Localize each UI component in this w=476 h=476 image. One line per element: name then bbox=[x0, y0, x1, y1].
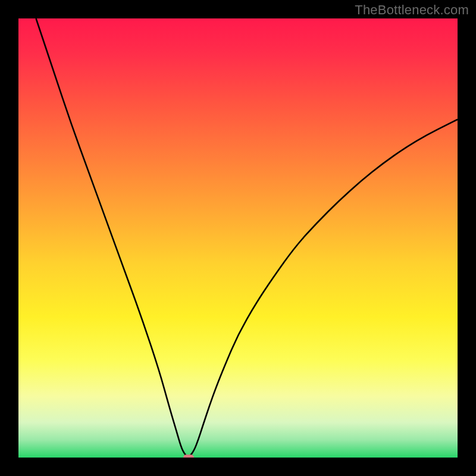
watermark-text: TheBottleneck.com bbox=[355, 2, 469, 18]
curve-svg bbox=[18, 18, 458, 458]
chart-frame: TheBottleneck.com bbox=[0, 0, 476, 476]
plot-area bbox=[18, 18, 458, 458]
minimum-marker bbox=[183, 455, 194, 458]
bottleneck-curve bbox=[36, 18, 458, 456]
